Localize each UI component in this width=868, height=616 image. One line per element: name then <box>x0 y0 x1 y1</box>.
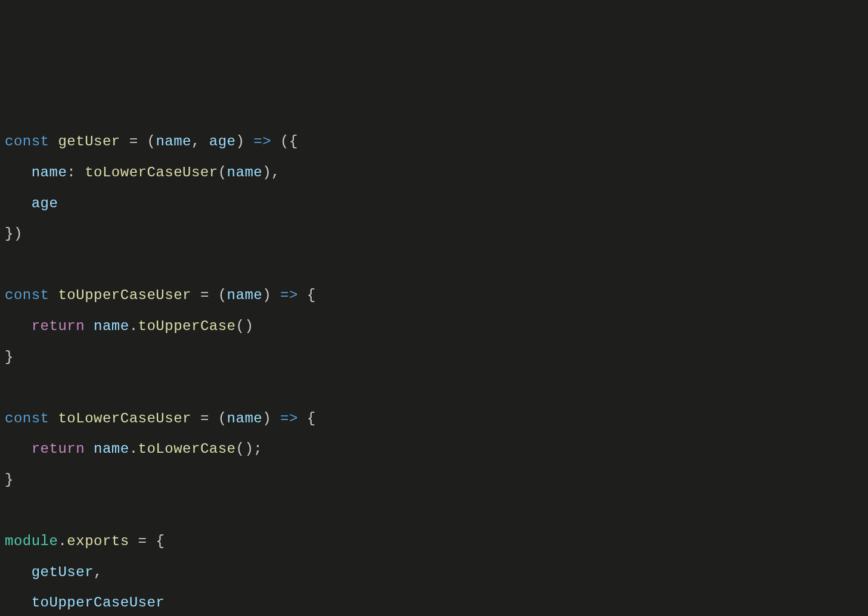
dot: . <box>58 533 67 549</box>
parens-empty: () <box>236 441 254 457</box>
param-name: name <box>227 410 263 427</box>
brace-open: { <box>156 533 165 549</box>
semicolon: ; <box>253 441 262 457</box>
variable-name: name <box>94 318 129 334</box>
param-name: name <box>156 133 191 150</box>
property-name: name <box>32 164 67 181</box>
brace-close: } <box>5 349 14 365</box>
function-call: toLowerCaseUser <box>85 164 218 181</box>
arrow-operator: => <box>253 133 271 150</box>
arrow-operator: => <box>280 287 298 303</box>
brace-open: { <box>307 287 316 303</box>
paren-close: ) <box>262 287 271 303</box>
parens-empty: () <box>236 318 254 334</box>
colon: : <box>67 164 76 181</box>
code-line: } <box>5 349 14 365</box>
code-line: getUser, <box>5 564 103 580</box>
paren-open: ( <box>218 410 227 427</box>
keyword-const: const <box>5 133 49 150</box>
function-name: toUpperCaseUser <box>58 287 191 303</box>
export-toUpperCaseUser: toUpperCaseUser <box>32 595 165 611</box>
module-object: module <box>5 533 58 549</box>
method-call: toLowerCase <box>138 441 236 457</box>
keyword-const: const <box>5 410 49 427</box>
paren-brace-open: ({ <box>280 133 298 150</box>
param-name: name <box>227 287 263 303</box>
paren-close: ) <box>262 410 271 427</box>
function-name: getUser <box>58 133 120 150</box>
code-line: const getUser = (name, age) => ({ <box>5 133 298 150</box>
variable-name: name <box>94 441 129 457</box>
function-name: toLowerCaseUser <box>58 410 191 427</box>
paren-close: ) <box>236 133 245 150</box>
code-line: return name.toLowerCase(); <box>5 441 262 457</box>
comma: , <box>94 564 103 580</box>
brace-paren-close: }) <box>5 226 23 242</box>
code-line: const toLowerCaseUser = (name) => { <box>5 410 316 427</box>
arg-name: name <box>227 164 263 181</box>
operator-equals: = <box>200 287 209 303</box>
paren-close: ) <box>262 164 271 181</box>
brace-open: { <box>307 410 316 427</box>
property-age: age <box>32 195 58 211</box>
paren-open: ( <box>218 164 227 181</box>
code-line: age <box>5 195 58 211</box>
dot: . <box>129 441 138 457</box>
code-line: } <box>5 472 14 488</box>
keyword-return: return <box>32 318 85 334</box>
code-line: const toUpperCaseUser = (name) => { <box>5 287 316 303</box>
comma: , <box>271 164 280 181</box>
code-line: }) <box>5 226 23 242</box>
export-getUser: getUser <box>32 564 94 580</box>
paren-open: ( <box>218 287 227 303</box>
code-line: module.exports = { <box>5 533 165 549</box>
keyword-const: const <box>5 287 49 303</box>
code-line: return name.toUpperCase() <box>5 318 253 334</box>
dot: . <box>129 318 138 334</box>
paren-open: ( <box>147 133 156 150</box>
operator-equals: = <box>138 533 147 549</box>
arrow-operator: => <box>280 410 298 427</box>
code-line: name: toLowerCaseUser(name), <box>5 164 280 181</box>
operator-equals: = <box>129 133 138 150</box>
operator-equals: = <box>200 410 209 427</box>
method-call: toUpperCase <box>138 318 236 334</box>
exports-property: exports <box>67 533 129 549</box>
brace-close: } <box>5 472 14 488</box>
code-editor[interactable]: const getUser = (name, age) => ({ name: … <box>5 126 863 616</box>
param-age: age <box>209 133 236 150</box>
code-line: toUpperCaseUser <box>5 595 165 611</box>
keyword-return: return <box>32 441 85 457</box>
comma: , <box>191 133 200 150</box>
